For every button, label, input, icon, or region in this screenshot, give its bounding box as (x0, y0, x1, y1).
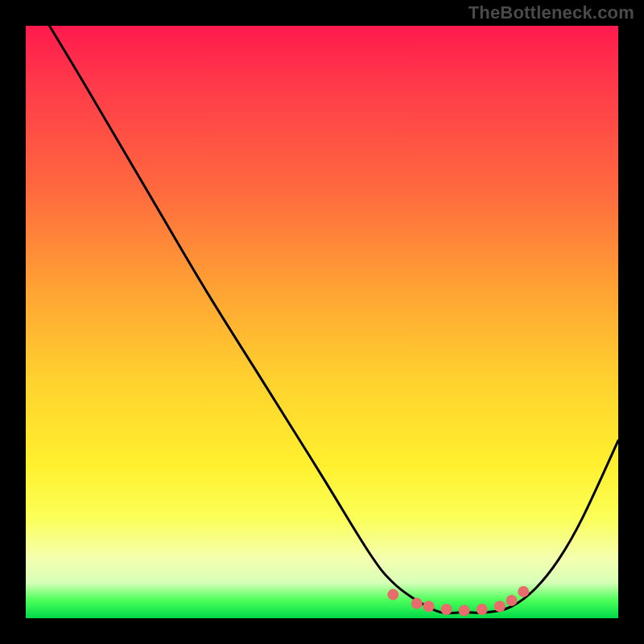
curve-layer (26, 26, 618, 618)
bottleneck-curve (49, 26, 618, 613)
curve-marker (506, 595, 518, 606)
curve-marker (411, 598, 423, 609)
curve-marker (459, 605, 470, 616)
curve-marker (477, 604, 488, 615)
curve-marker (423, 601, 435, 612)
curve-marker (494, 601, 506, 612)
curve-marker (387, 589, 398, 601)
chart-stage: TheBottleneck.com (0, 0, 644, 644)
watermark-text: TheBottleneck.com (469, 2, 634, 23)
curve-marker (518, 586, 529, 597)
curve-marker (441, 604, 452, 615)
